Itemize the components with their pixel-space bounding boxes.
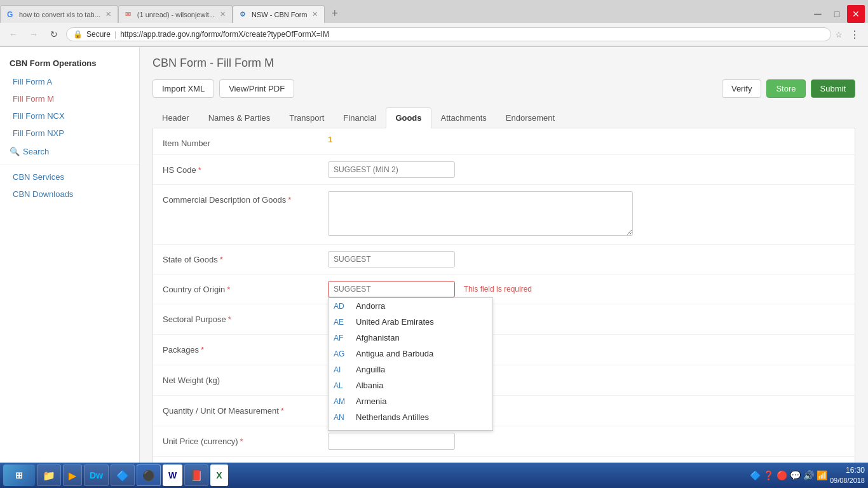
- view-print-pdf-button[interactable]: View/Print PDF: [219, 79, 294, 98]
- country-option-an[interactable]: ANNetherlands Antilles: [329, 409, 492, 425]
- country-name-am: Armenia: [356, 396, 386, 406]
- tab-1[interactable]: G how to convert xls to tab... ✕: [0, 5, 118, 23]
- sidebar-search-button[interactable]: 🔍 Search: [0, 142, 139, 161]
- country-code-ad: AD: [334, 302, 356, 311]
- sidebar: CBN Form Operations Fill Form A Fill For…: [0, 47, 140, 464]
- new-tab-button[interactable]: +: [325, 7, 344, 20]
- state-required-star: *: [220, 255, 223, 264]
- forward-button[interactable]: →: [25, 26, 42, 43]
- form-row-quantity: Quantity / Unit Of Measurement*: [153, 396, 855, 426]
- tab-3-close[interactable]: ✕: [312, 10, 318, 18]
- tab-endorsement[interactable]: Endorsement: [496, 107, 564, 128]
- page-title: CBN Form - Fill Form M: [153, 57, 855, 70]
- address-bar[interactable]: 🔒 Secure | https://app.trade.gov.ng/form…: [66, 27, 831, 41]
- search-label: Search: [23, 147, 49, 156]
- sidebar-item-fill-form-a[interactable]: Fill Form A: [0, 73, 139, 90]
- item-number-value: 1: [328, 131, 332, 144]
- country-name-ad: Andorra: [356, 301, 385, 311]
- sidebar-section-title: CBN Form Operations: [0, 53, 139, 73]
- sidebar-item-fill-form-m[interactable]: Fill Form M: [0, 90, 139, 107]
- country-name-af: Afghanistan: [356, 333, 400, 342]
- tab-2-close[interactable]: ✕: [220, 10, 226, 18]
- packages-label: Packages*: [163, 341, 328, 355]
- tab-goods[interactable]: Goods: [386, 107, 431, 128]
- country-name-ai: Anguilla: [356, 365, 385, 374]
- packages-required-star: *: [201, 345, 204, 355]
- tab-names-parties[interactable]: Names & Parties: [199, 107, 280, 128]
- tab-2[interactable]: ✉ (1 unread) - wilsonjewit... ✕: [118, 5, 233, 23]
- country-code-ao: AO: [334, 429, 356, 431]
- tab-financial[interactable]: Financial: [334, 107, 386, 128]
- tab-bar: G how to convert xls to tab... ✕ ✉ (1 un…: [0, 0, 868, 23]
- address-separator: |: [114, 30, 116, 39]
- form-row-country-of-origin: Country of Origin* This field is require…: [153, 274, 855, 304]
- country-option-af[interactable]: AFAfghanistan: [329, 330, 492, 346]
- minimize-button[interactable]: ─: [809, 5, 827, 23]
- form-row-unit-price: Unit Price (currency)*: [153, 426, 855, 457]
- item-number-label: Item Number: [163, 135, 328, 148]
- country-option-ao[interactable]: AOAngola: [329, 425, 492, 431]
- tab-2-label: (1 unread) - wilsonjewit...: [137, 11, 215, 18]
- tab-3-label: NSW - CBN Form: [252, 11, 307, 18]
- country-of-origin-field: This field is required ADAndorraAEUnited…: [328, 281, 845, 297]
- country-option-ad[interactable]: ADAndorra: [329, 298, 492, 314]
- tab-transport[interactable]: Transport: [280, 107, 334, 128]
- country-code-af: AF: [334, 334, 356, 342]
- secure-icon: 🔒: [73, 30, 83, 39]
- bookmark-star[interactable]: ☆: [835, 30, 843, 39]
- sidebar-item-fill-form-ncx[interactable]: Fill Form NCX: [0, 107, 139, 125]
- tab-header[interactable]: Header: [153, 107, 199, 128]
- state-of-goods-label: State of Goods*: [163, 251, 328, 264]
- net-weight-label: Net Weight (kg): [163, 372, 328, 385]
- country-name-ae: United Arab Emirates: [356, 317, 434, 327]
- search-icon: 🔍: [10, 147, 20, 156]
- form-row-sectoral-purpose: Sectoral Purpose*: [153, 304, 855, 335]
- address-bar-row: ← → ↻ 🔒 Secure | https://app.trade.gov.n…: [0, 23, 868, 46]
- commercial-desc-textarea[interactable]: [328, 191, 633, 236]
- form-body: Item Number 1 HS Code* Commercial Descri…: [153, 128, 855, 464]
- secure-label: Secure: [86, 30, 111, 39]
- country-code-am: AM: [334, 397, 356, 406]
- back-button[interactable]: ←: [5, 26, 22, 43]
- country-option-ae[interactable]: AEUnited Arab Emirates: [329, 314, 492, 330]
- unit-price-label: Unit Price (currency)*: [163, 433, 328, 446]
- form-row-hs-code: HS Code*: [153, 155, 855, 185]
- unit-price-required-star: *: [240, 437, 243, 446]
- import-xml-button[interactable]: Import XML: [153, 79, 214, 98]
- sidebar-item-cbn-services[interactable]: CBN Services: [0, 168, 139, 186]
- country-code-an: AN: [334, 413, 356, 422]
- country-name-ag: Antigua and Barbuda: [356, 349, 433, 358]
- country-name-al: Albania: [356, 381, 383, 390]
- hs-code-label: HS Code*: [163, 161, 328, 175]
- country-of-origin-input[interactable]: [328, 281, 455, 297]
- commercial-desc-field: [328, 191, 845, 238]
- unit-price-field: [328, 433, 845, 450]
- country-option-am[interactable]: AMArmenia: [329, 393, 492, 409]
- country-option-al[interactable]: ALAlbania: [329, 377, 492, 393]
- close-button[interactable]: ✕: [847, 5, 865, 23]
- submit-button[interactable]: Submit: [811, 79, 855, 98]
- country-of-origin-label: Country of Origin*: [163, 281, 328, 294]
- reload-button[interactable]: ↻: [46, 26, 62, 43]
- tab-attachments[interactable]: Attachments: [431, 107, 496, 128]
- hs-code-field: [328, 161, 845, 178]
- country-required-star: *: [227, 285, 230, 294]
- main-layout: CBN Form Operations Fill Form A Fill For…: [0, 47, 868, 464]
- country-option-ai[interactable]: AIAnguilla: [329, 362, 492, 377]
- country-option-ag[interactable]: AGAntigua and Barbuda: [329, 346, 492, 362]
- unit-price-input[interactable]: [328, 433, 455, 450]
- verify-button[interactable]: Verify: [722, 79, 762, 98]
- store-button[interactable]: Store: [766, 79, 805, 98]
- sidebar-item-cbn-downloads[interactable]: CBN Downloads: [0, 186, 139, 203]
- state-of-goods-input[interactable]: [328, 251, 455, 268]
- item-number-field: 1: [328, 135, 845, 144]
- content-area: CBN Form - Fill Form M Import XML View/P…: [140, 47, 868, 464]
- hs-code-input[interactable]: [328, 161, 455, 178]
- commercial-desc-label: Commercial Description of Goods*: [163, 191, 328, 205]
- browser-menu-button[interactable]: ⋮: [846, 26, 863, 43]
- sidebar-item-fill-form-nxp[interactable]: Fill Form NXP: [0, 125, 139, 142]
- tab-3[interactable]: ⚙ NSW - CBN Form ✕: [233, 5, 325, 23]
- maximize-button[interactable]: □: [828, 5, 846, 23]
- tab-1-close[interactable]: ✕: [105, 10, 111, 18]
- form-row-commercial-desc: Commercial Description of Goods*: [153, 185, 855, 245]
